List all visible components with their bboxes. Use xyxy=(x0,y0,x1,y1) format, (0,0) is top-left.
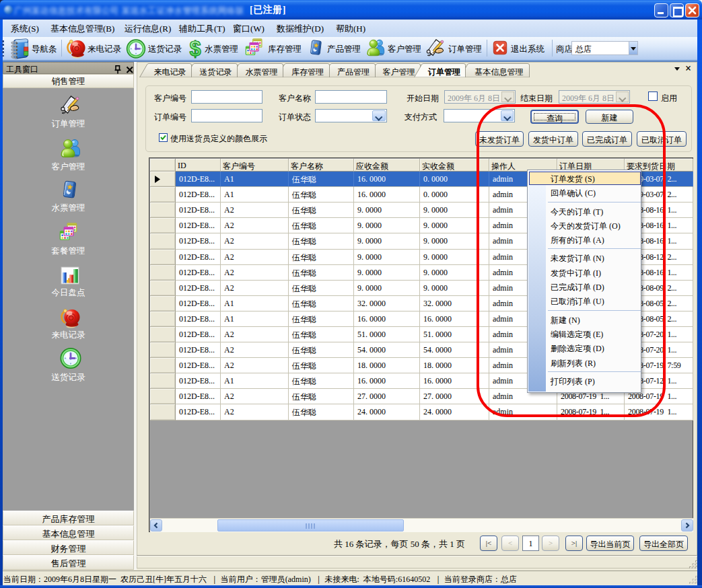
svg-text:$: $ xyxy=(189,38,201,59)
